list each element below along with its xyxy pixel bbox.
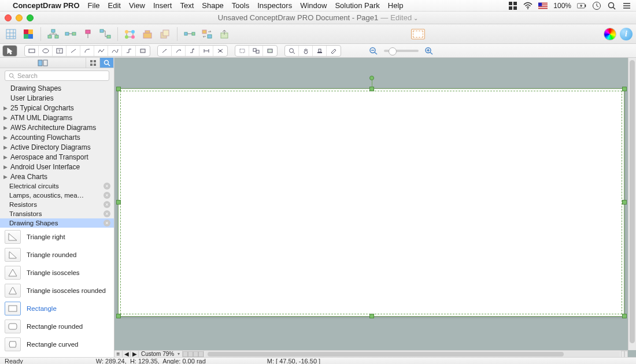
cat-1[interactable]: ▶ATM UML Diagrams [0, 113, 114, 122]
sublib-1[interactable]: Lamps, acoustics, mea…× [0, 191, 114, 200]
cat-5[interactable]: ▶Aerospace and Transport [0, 152, 114, 162]
menu-list-icon[interactable] [622, 1, 631, 10]
handle-se[interactable] [622, 314, 627, 318]
menu-inspectors[interactable]: Inspectors [257, 1, 292, 10]
shape-rectangle[interactable]: Rectangle [0, 299, 114, 317]
tool-select[interactable] [3, 46, 17, 56]
cat-6[interactable]: ▶Android User Interface [0, 162, 114, 172]
vertical-scrollbar[interactable] [628, 58, 636, 350]
page-next-icon[interactable]: ▶ [131, 351, 139, 358]
tool-snap-3[interactable] [263, 46, 277, 56]
close-icon[interactable]: × [103, 192, 110, 199]
menu-tools[interactable]: Tools [232, 1, 249, 10]
tool-pan[interactable] [299, 46, 313, 56]
menu-help[interactable]: Help [388, 1, 404, 10]
zoom-slider[interactable] [384, 50, 419, 52]
cat-2[interactable]: ▶AWS Architecture Diagrams [0, 122, 114, 132]
tool-star-connect[interactable] [213, 46, 227, 56]
shape-triangle-isosceles[interactable]: Triangle isosceles [0, 263, 114, 281]
tb-hierarchy-icon[interactable] [46, 27, 61, 41]
split-corner[interactable] [621, 351, 628, 358]
flag-us-icon[interactable] [538, 1, 548, 10]
wifi-icon[interactable] [523, 1, 533, 10]
tool-edit[interactable] [327, 46, 341, 56]
tool-arc[interactable] [80, 46, 94, 56]
app-name[interactable]: ConceptDraw PRO [13, 1, 80, 10]
horizontal-scrollbar[interactable] [205, 351, 620, 357]
window-zoom-button[interactable] [27, 14, 34, 21]
tb-arrange-icon[interactable] [123, 27, 138, 41]
handle-s[interactable] [369, 314, 374, 318]
tool-connector[interactable] [122, 46, 136, 56]
cat-0[interactable]: ▶25 Typical Orgcharts [0, 103, 114, 113]
tb-sibling-icon[interactable] [63, 27, 78, 41]
shape-triangle-isosceles-rounded[interactable]: Triangle isosceles rounded [0, 281, 114, 299]
spotlight-icon[interactable] [607, 1, 616, 10]
menu-edit[interactable]: Edit [108, 1, 121, 10]
panel-view-grid-icon[interactable] [86, 58, 100, 68]
menu-text[interactable]: Text [180, 1, 194, 10]
zoom-select[interactable]: Custom 79%▾ [139, 351, 183, 358]
panel-search-tab-icon[interactable] [100, 58, 114, 68]
battery-icon[interactable] [577, 1, 586, 10]
drawing-page[interactable] [118, 88, 624, 317]
tool-ellipse[interactable] [39, 46, 53, 56]
tool-stamp[interactable] [313, 46, 327, 56]
tb-node-icon[interactable] [80, 27, 95, 41]
cat-user-libraries[interactable]: User Libraries [0, 93, 114, 103]
color-wheel-icon[interactable] [604, 28, 616, 40]
zoom-in-icon[interactable] [422, 46, 436, 56]
handle-ne[interactable] [622, 87, 627, 91]
tb-stack-icon[interactable] [140, 27, 155, 41]
handle-sw[interactable] [116, 314, 121, 318]
close-icon[interactable]: × [103, 210, 110, 217]
cat-drawing-shapes[interactable]: Drawing Shapes [0, 83, 114, 93]
tb-palette-icon[interactable] [21, 27, 36, 41]
cat-7[interactable]: ▶Area Charts [0, 172, 114, 181]
tool-snap-2[interactable] [249, 46, 263, 56]
cat-4[interactable]: ▶Active Directory Diagrams [0, 142, 114, 152]
tb-grid-icon[interactable] [3, 27, 19, 41]
menu-solution-park[interactable]: Solution Park [335, 1, 379, 10]
rotation-handle[interactable] [369, 76, 374, 80]
handle-nw[interactable] [116, 87, 121, 91]
tool-rect[interactable] [25, 46, 39, 56]
shape-rectangle-rounded[interactable]: Rectangle rounded [0, 317, 114, 335]
window-close-button[interactable] [5, 14, 12, 21]
panel-tab-libraries[interactable] [0, 58, 86, 68]
shape-triangle-rounded[interactable]: Triangle rounded [0, 246, 114, 263]
tool-zoom[interactable] [285, 46, 299, 56]
close-icon[interactable]: × [103, 183, 110, 190]
handle-n[interactable] [369, 87, 374, 91]
menu-shape[interactable]: Shape [202, 1, 224, 10]
library-search-input[interactable]: Search [5, 70, 109, 81]
tool-line[interactable] [66, 46, 80, 56]
window-minimize-button[interactable] [16, 14, 23, 21]
tb-branch-icon[interactable] [98, 27, 113, 41]
menu-window[interactable]: Window [300, 1, 327, 10]
tb-layers-icon[interactable] [157, 27, 172, 41]
page-prev-icon[interactable]: ◀ [123, 351, 131, 358]
sublib-3[interactable]: Transistors× [0, 209, 114, 218]
zoom-out-icon[interactable] [367, 46, 380, 56]
tb-export-icon[interactable] [217, 27, 232, 41]
shape-triangle-right[interactable]: Triangle right [0, 228, 114, 246]
close-icon[interactable]: × [103, 201, 110, 208]
tool-arrow-elbow[interactable] [186, 46, 199, 56]
sublib-4[interactable]: Drawing Shapes× [0, 218, 114, 228]
tool-dimension[interactable] [199, 46, 213, 56]
tool-arrow-arc[interactable] [172, 46, 186, 56]
tool-polyline[interactable] [94, 46, 108, 56]
canvas-area[interactable]: ≡ ◀ ▶ Custom 79%▾ [114, 58, 636, 357]
page-tabs[interactable] [183, 351, 204, 358]
tool-block[interactable] [136, 46, 150, 56]
tool-snap-1[interactable] [235, 46, 249, 56]
tb-presentation-icon[interactable] [411, 29, 425, 39]
tool-text[interactable]: T [53, 46, 66, 56]
grid-icon[interactable] [508, 1, 517, 10]
menu-file[interactable]: File [88, 1, 100, 10]
page-menu-icon[interactable]: ≡ [114, 351, 123, 358]
shape-rectangle-curved[interactable]: Rectangle curved [0, 335, 114, 353]
tool-arrow-line[interactable] [158, 46, 172, 56]
handle-w[interactable] [116, 200, 121, 205]
